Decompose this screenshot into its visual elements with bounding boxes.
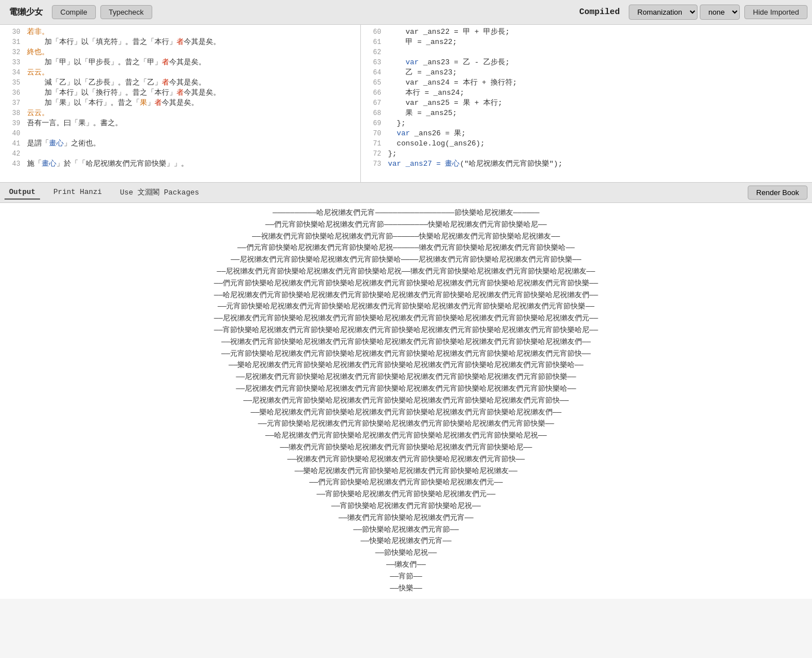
list-item: ——們元宵節快樂哈尼祝獺友們元宵節快樂哈尼祝獺友們元宵節快樂哈尼祝獺友們元宵節快… xyxy=(9,278,803,290)
list-item: ——祝獺友們元宵節快樂哈尼祝獺友們元宵節——————快樂哈尼祝獺友們元宵節快樂哈… xyxy=(9,231,803,243)
code-content: }; xyxy=(388,118,405,129)
code-content: 施「畫心」於「「哈尼祝獺友們元宵節快樂」」。 xyxy=(27,159,188,169)
table-row: 35 減「乙」以「乙步長」。昔之「乙」者今其是矣。 xyxy=(0,78,360,88)
line-number: 37 xyxy=(5,98,20,108)
table-row: 72}; xyxy=(361,149,812,159)
editor-area: 30若非。31 加「本行」以「填充符」。昔之「本行」者今其是矣。32終也。33 … xyxy=(0,25,812,183)
list-item: ——樂哈尼祝獺友們元宵節快樂哈尼祝獺友們元宵節快樂哈尼祝獺友們元宵節快樂哈尼祝獺… xyxy=(9,360,803,372)
line-number: 35 xyxy=(5,78,20,88)
table-row: 73var _ans27 = 畫心("哈尼祝獺友們元宵節快樂"); xyxy=(361,159,812,169)
list-item: ——尼祝獺友們元宵節快樂哈尼祝獺友們元宵節快樂哈尼祝獺友們元宵節快樂哈尼祝獺友們… xyxy=(9,395,803,407)
list-item: ——們元宵節快樂哈尼祝獺友們元宵節快樂哈尼祝——————獺友們元宵節快樂哈尼祝獺… xyxy=(9,242,803,254)
line-number: 72 xyxy=(365,149,381,159)
line-number: 31 xyxy=(5,37,20,47)
code-content: 云云。 xyxy=(27,68,49,78)
code-content: 加「本行」以「換行符」。昔之「本行」者今其是矣。 xyxy=(27,88,220,98)
table-row: 42 xyxy=(0,149,360,159)
table-row: 60 var _ans22 = 甲 + 甲步長; xyxy=(361,27,812,37)
line-number: 64 xyxy=(365,68,381,78)
list-item: ——————————哈尼祝獺友們元宵——————————————————節快樂哈… xyxy=(9,207,803,219)
table-row: 34云云。 xyxy=(0,68,360,78)
table-row: 61 甲 = _ans22; xyxy=(361,37,812,47)
code-content: var _ans25 = 果 + 本行; xyxy=(388,98,502,108)
render-book-button[interactable]: Render Book xyxy=(748,186,807,200)
table-row: 30若非。 xyxy=(0,27,360,37)
table-row: 37 加「果」以「本行」。昔之「果」者今其是矣。 xyxy=(0,98,360,108)
code-content: var _ans26 = 果; xyxy=(388,129,466,139)
list-item: ——宵節快樂哈尼祝獺友們元宵節快樂哈尼祝獺友們元宵節快樂哈尼祝獺友們元宵節快樂哈… xyxy=(9,325,803,337)
list-item: ——哈尼祝獺友們元宵節快樂哈尼祝獺友們元宵節快樂哈尼祝獺友們元宵節快樂哈尼祝獺友… xyxy=(9,290,803,302)
list-item: ——們元宵節快樂哈尼祝獺友們元宵節——————————快樂哈尼祝獺友們元宵節快樂… xyxy=(9,219,803,231)
left-editor-pane[interactable]: 30若非。31 加「本行」以「填充符」。昔之「本行」者今其是矣。32終也。33 … xyxy=(0,25,361,182)
line-number: 38 xyxy=(5,108,20,118)
code-content: 果 = _ans25; xyxy=(388,108,457,118)
line-number: 43 xyxy=(5,159,20,169)
table-row: 69 }; xyxy=(361,118,812,129)
table-row: 67 var _ans25 = 果 + 本行; xyxy=(361,98,812,108)
hide-imported-button[interactable]: Hide Imported xyxy=(744,5,807,19)
line-number: 65 xyxy=(365,78,381,88)
code-content: var _ans23 = 乙 - 乙步長; xyxy=(388,58,510,68)
code-content: var _ans22 = 甲 + 甲步長; xyxy=(388,27,510,37)
code-content: 若非。 xyxy=(27,27,49,37)
list-item: ——尼祝獺友們元宵節快樂哈尼祝獺友們元宵節快樂哈尼祝獺友們元宵節快樂哈尼祝獺友們… xyxy=(9,313,803,325)
none-select[interactable]: none xyxy=(700,5,740,20)
table-row: 65 var _ans24 = 本行 + 換行符; xyxy=(361,78,812,88)
code-content: 乙 = _ans23; xyxy=(388,68,457,78)
list-item: ——尼祝獺友們元宵節快樂哈尼祝獺友們元宵節快樂哈尼祝——獺友們元宵節快樂哈尼祝獺… xyxy=(9,266,803,278)
line-number: 40 xyxy=(5,129,20,139)
table-row: 33 加「甲」以「甲步長」。昔之「甲」者今其是矣。 xyxy=(0,58,360,68)
compile-button[interactable]: Compile xyxy=(52,5,96,19)
line-number: 39 xyxy=(5,118,20,129)
list-item: ——元宵節快樂哈尼祝獺友們元宵節快樂哈尼祝獺友們元宵節快樂哈尼祝獺友們元宵節快樂… xyxy=(9,301,803,313)
code-content: 減「乙」以「乙步長」。昔之「乙」者今其是矣。 xyxy=(27,78,206,88)
code-content: console.log(_ans26); xyxy=(388,139,485,149)
line-number: 67 xyxy=(365,98,381,108)
table-row: 43施「畫心」於「「哈尼祝獺友們元宵節快樂」」。 xyxy=(0,159,360,169)
line-number: 34 xyxy=(5,68,20,78)
table-row: 39吾有一言。曰「果」。書之。 xyxy=(0,118,360,129)
tab-packages[interactable]: Use 文淵閣 Packages xyxy=(116,185,204,201)
list-item: ——尼祝獺友們元宵節快樂哈尼祝獺友們元宵節快樂哈尼祝獺友們元宵節快樂哈尼祝獺友們… xyxy=(9,372,803,383)
line-number: 42 xyxy=(5,149,20,159)
list-item: ——元宵節快樂哈尼祝獺友們元宵節快樂哈尼祝獺友們元宵節快樂哈尼祝獺友們元宵節快樂… xyxy=(9,418,803,430)
table-row: 32終也。 xyxy=(0,47,360,58)
code-content: 云云。 xyxy=(27,108,49,118)
code-content: 終也。 xyxy=(27,47,49,58)
romanization-group: Romanization none none xyxy=(629,5,740,20)
table-row: 40 xyxy=(0,129,360,139)
right-editor-pane[interactable]: 60 var _ans22 = 甲 + 甲步長;61 甲 = _ans22;62… xyxy=(361,25,812,182)
list-item: ——快樂—— xyxy=(9,583,803,595)
list-item: ——哈尼祝獺友們元宵節快樂哈尼祝獺友們元宵節快樂哈尼祝獺友們元宵節快樂哈尼祝—— xyxy=(9,430,803,442)
romanization-select[interactable]: Romanization none xyxy=(629,5,698,20)
typecheck-button[interactable]: Typecheck xyxy=(100,5,152,19)
table-row: 63 var _ans23 = 乙 - 乙步長; xyxy=(361,58,812,68)
tab-output[interactable]: Output xyxy=(5,186,40,200)
code-content: 加「甲」以「甲步長」。昔之「甲」者今其是矣。 xyxy=(27,58,206,68)
bottom-toolbar: Output Print Hanzi Use 文淵閣 Packages Rend… xyxy=(0,183,812,203)
tab-print-hanzi[interactable]: Print Hanzi xyxy=(49,186,107,200)
list-item: ——祝獺友們元宵節快樂哈尼祝獺友們元宵節快樂哈尼祝獺友們元宵節快樂哈尼祝獺友們元… xyxy=(9,337,803,348)
code-content: var _ans27 = 畫心("哈尼祝獺友們元宵節快樂"); xyxy=(388,159,562,169)
list-item: ——節快樂哈尼祝獺友們元宵節—— xyxy=(9,524,803,536)
code-content: 吾有一言。曰「果」。書之。 xyxy=(27,118,122,129)
list-item: ——獺友們—— xyxy=(9,559,803,571)
code-content: 加「果」以「本行」。昔之「果」者今其是矣。 xyxy=(27,98,198,108)
table-row: 31 加「本行」以「填充符」。昔之「本行」者今其是矣。 xyxy=(0,37,360,47)
list-item: ——宵節快樂哈尼祝獺友們元宵節快樂哈尼祝—— xyxy=(9,501,803,513)
line-number: 69 xyxy=(365,118,381,129)
line-number: 33 xyxy=(5,58,20,68)
line-number: 41 xyxy=(5,139,20,149)
app-title: 電獺少女 xyxy=(5,7,47,17)
code-content: 加「本行」以「填充符」。昔之「本行」者今其是矣。 xyxy=(27,37,220,47)
table-row: 71 console.log(_ans26); xyxy=(361,139,812,149)
code-content: }; xyxy=(388,149,397,159)
list-item: ——祝獺友們元宵節快樂哈尼祝獺友們元宵節快樂哈尼祝獺友們元宵節快—— xyxy=(9,454,803,466)
code-content: var _ans24 = 本行 + 換行符; xyxy=(388,78,517,88)
code-content: 甲 = _ans22; xyxy=(388,37,457,47)
list-item: ——尼祝獺友們元宵節快樂哈尼祝獺友們元宵節快樂哈————尼祝獺友們元宵節快樂哈尼… xyxy=(9,254,803,266)
list-item: ——元宵節快樂哈尼祝獺友們元宵節快樂哈尼祝獺友們元宵節快樂哈尼祝獺友們元宵節快樂… xyxy=(9,348,803,360)
bottom-right: Render Book xyxy=(748,186,807,200)
line-number: 66 xyxy=(365,88,381,98)
line-number: 73 xyxy=(365,159,381,169)
